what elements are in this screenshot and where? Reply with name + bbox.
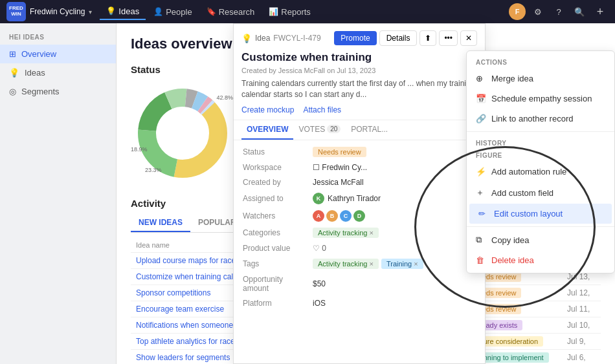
nav-item-reports[interactable]: 📊 Reports	[262, 5, 317, 19]
reports-nav-label: Reports	[281, 7, 311, 17]
dropdown-item-delete[interactable]: 🗑 Delete idea	[467, 250, 614, 270]
custom-layout-label: Edit custom layout	[494, 209, 563, 219]
sidebar-item-ideas[interactable]: 💡 Ideas	[0, 63, 116, 82]
page-title: Ideas overview	[131, 36, 232, 52]
more-button[interactable]: •••	[439, 30, 458, 46]
field-label-created-by: Created by	[243, 178, 308, 187]
custom-layout-icon: ✏	[478, 209, 489, 219]
sidebar-item-segments[interactable]: ◎ Segments	[0, 82, 116, 101]
nav-item-research[interactable]: 🔖 Research	[200, 5, 262, 19]
tag-training[interactable]: Training ×	[381, 259, 423, 269]
schedule-icon: 📅	[476, 94, 486, 103]
field-value-status[interactable]: Needs review	[313, 147, 366, 157]
custom-field-icon: ＋	[476, 187, 486, 198]
donut-label-42: 42.8%	[216, 94, 233, 101]
field-label-product-value: Product value	[243, 244, 308, 253]
field-label-opportunity: Opportunity amount	[243, 275, 308, 293]
idea-panel: 💡 Idea FWCYL-I-479 Promote Details ⬆ •••…	[233, 23, 486, 364]
dropdown-item-custom-field[interactable]: ＋ Add custom field	[467, 182, 614, 204]
tab-new-ideas[interactable]: NEW IDEAS	[131, 214, 190, 232]
add-icon[interactable]: +	[592, 3, 609, 20]
actions-section-label: ACTIONS	[467, 54, 614, 69]
automation-label: Add automation rule	[491, 167, 566, 177]
idea-link[interactable]: Show leaders for segments	[136, 353, 230, 362]
donut-chart-container: 42.8% 18.9% 23.3%	[131, 81, 234, 185]
field-platform: Platform iOS	[243, 299, 476, 308]
create-mockup-link[interactable]: Create mockup	[241, 105, 294, 114]
field-opportunity: Opportunity amount $50	[243, 275, 476, 293]
share-button[interactable]: ⬆	[419, 30, 436, 46]
help-icon[interactable]: ?	[550, 3, 567, 20]
dropdown-item-custom-layout[interactable]: ✏ Edit custom layout	[469, 204, 612, 224]
field-value-platform: iOS	[313, 299, 326, 308]
donut-label-23: 23.3%	[145, 167, 162, 173]
company-name[interactable]: Fredwin Cycling	[30, 7, 85, 16]
custom-field-label: Add custom field	[491, 188, 554, 198]
sidebar-item-overview[interactable]: ⊞ Overview	[0, 45, 116, 63]
tag-activity[interactable]: Activity tracking ×	[313, 259, 379, 269]
dropdown-divider-2	[467, 226, 614, 227]
close-button[interactable]: ✕	[460, 30, 477, 46]
copy-icon: ⧉	[476, 235, 486, 245]
idea-link[interactable]: Upload course maps for races	[136, 256, 240, 265]
field-label-assigned: Assigned to	[243, 194, 308, 203]
promote-button[interactable]: Promote	[334, 31, 376, 45]
schedule-label: Schedule empathy session	[491, 94, 592, 103]
panel-tab-overview[interactable]: OVERVIEW	[241, 120, 293, 140]
panel-title: Customize when training	[241, 51, 477, 64]
dropdown-item-copy[interactable]: ⧉ Copy idea	[467, 230, 614, 250]
field-value-product-value: ♡ 0	[313, 244, 326, 253]
dropdown-item-merge[interactable]: ⊕ Merge idea	[467, 69, 614, 89]
category-x[interactable]: ×	[369, 229, 373, 237]
field-status: Status Needs review	[243, 147, 476, 157]
field-label-platform: Platform	[243, 299, 308, 308]
dropdown-item-automation[interactable]: ⚡ Add automation rule	[467, 162, 614, 182]
field-categories: Categories Activity tracking ×	[243, 228, 476, 238]
people-nav-label: People	[166, 7, 192, 17]
attach-files-link[interactable]: Attach files	[303, 105, 341, 114]
idea-label-text: Idea	[255, 34, 270, 43]
tag-training-x[interactable]: ×	[414, 260, 418, 268]
settings-icon[interactable]: ⚙	[530, 3, 546, 20]
donut-label-18: 18.9%	[131, 146, 148, 153]
search-icon[interactable]: 🔍	[571, 3, 588, 20]
dropdown-item-schedule[interactable]: 📅 Schedule empathy session	[467, 89, 614, 109]
link-label: Link to another record	[491, 114, 573, 123]
idea-id: FWCYL-I-479	[273, 34, 320, 43]
field-watchers: Watchers A B C D	[243, 210, 476, 222]
tag-activity-x[interactable]: ×	[369, 260, 373, 268]
assigned-name: Kathryn Tirador	[328, 194, 381, 203]
panel-top-row: 💡 Idea FWCYL-I-479 Promote Details ⬆ •••…	[241, 30, 477, 46]
company-dropdown-icon[interactable]: ▾	[89, 8, 92, 16]
segments-label: Segments	[21, 87, 60, 96]
field-label-tags: Tags	[243, 259, 308, 268]
details-button[interactable]: Details	[379, 30, 418, 46]
merge-icon: ⊕	[476, 74, 486, 83]
ideas-nav-icon: 💡	[106, 6, 116, 16]
panel-tab-votes[interactable]: VOTES 20	[293, 120, 346, 140]
idea-link[interactable]: Sponsor competitions	[136, 288, 210, 297]
field-created-by: Created by Jessica McFall	[243, 178, 476, 187]
ideas-nav-label: Ideas	[118, 6, 139, 16]
panel-tab-portal[interactable]: PORTAL...	[346, 120, 393, 140]
avatar-nav[interactable]: F	[509, 3, 526, 20]
nav-item-people[interactable]: 👤 People	[147, 5, 198, 19]
dropdown-item-link[interactable]: 🔗 Link to another record	[467, 109, 614, 129]
panel-action-buttons: Promote Details ⬆ ••• ✕	[334, 30, 477, 46]
panel-meta: Created by Jessica McFall on Jul 13, 202…	[241, 67, 477, 74]
idea-link[interactable]: Encourage team exercise	[136, 305, 224, 314]
ideas-sidebar-icon: 💡	[9, 68, 19, 78]
assigned-avatar: K	[313, 193, 324, 204]
research-nav-icon: 🔖	[207, 7, 216, 16]
field-value-opportunity: $50	[313, 279, 326, 288]
panel-tabs: OVERVIEW VOTES 20 PORTAL...	[234, 120, 485, 140]
people-nav-icon: 👤	[153, 7, 163, 16]
logo-area: FREDWIN Fredwin Cycling ▾	[6, 2, 92, 21]
overview-icon: ⊞	[9, 49, 16, 59]
panel-fields: Status Needs review Workspace ☐ Fredwin …	[234, 140, 485, 363]
overview-label: Overview	[21, 49, 56, 59]
segments-icon: ◎	[9, 87, 16, 96]
automation-icon: ⚡	[476, 167, 486, 177]
nav-item-ideas[interactable]: 💡 Ideas	[100, 4, 146, 20]
field-value-categories[interactable]: Activity tracking ×	[313, 228, 379, 238]
